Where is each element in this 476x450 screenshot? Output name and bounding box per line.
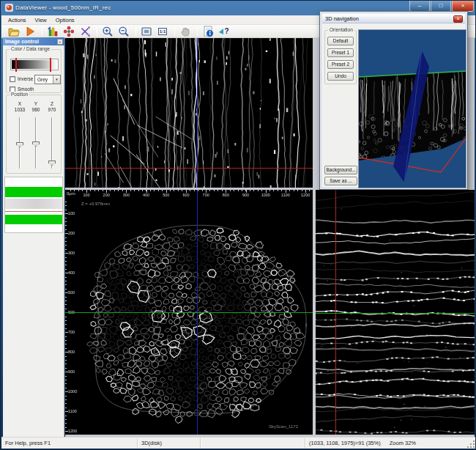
menu-options[interactable]: Options	[51, 16, 79, 24]
panel-menu-icon: ▪	[59, 40, 61, 44]
preview-highlight-top	[5, 187, 62, 197]
app-icon	[5, 4, 13, 12]
dataset-preview	[4, 177, 63, 233]
maximize-button[interactable]: □	[431, 1, 451, 12]
preview-grey-band	[5, 199, 62, 209]
panel-header: Image control ▪	[3, 37, 64, 45]
slider-x-handle[interactable]	[16, 142, 23, 147]
dataset-info-icon	[202, 26, 214, 37]
axis-y-value: 980	[29, 107, 43, 112]
palette-dropdown[interactable]: Grey ▾	[34, 75, 61, 84]
app-window: DataViewer - wood_500nm_IR_rec – □ × Act…	[0, 0, 476, 450]
roi-3d-icon	[63, 26, 75, 37]
crosshair-vertical-blue	[197, 38, 198, 188]
status-right: (1033, 1108, 1975)=91 (35%) Zoom 32%	[305, 438, 465, 448]
pan-hand-icon	[179, 26, 191, 37]
close-button[interactable]: ×	[452, 1, 474, 12]
range-max-marker[interactable]	[50, 58, 51, 72]
actual-size-icon: 1:1	[158, 28, 168, 35]
close-icon: ×	[461, 2, 465, 9]
nav3d-frame: 3D navigation × Orientation Default Pres…	[321, 12, 466, 188]
inverse-checkbox[interactable]	[10, 76, 15, 82]
status-voxel-value: (1033, 1108, 1975)=91 (35%)	[309, 440, 381, 446]
zoom-out-icon	[118, 26, 130, 37]
color-range-label: Color / Data range	[10, 46, 51, 51]
actual-size-button[interactable]: 1:1	[155, 26, 170, 37]
crosshair-horizontal-green	[65, 312, 313, 313]
pan-button[interactable]	[178, 26, 193, 37]
position-group: Position X Y Z 1033 980 970	[6, 95, 62, 174]
fit-to-window-button[interactable]	[139, 26, 154, 37]
minimize-icon: –	[418, 2, 421, 9]
palette-value: Grey	[37, 77, 48, 82]
toolbar-separator	[42, 26, 42, 36]
play-button[interactable]	[23, 26, 37, 37]
status-help: For Help, press F1	[1, 438, 138, 448]
sagittal-view[interactable]	[65, 38, 313, 188]
orientation-undo-button[interactable]: Undo	[327, 72, 354, 81]
smooth-label: Smooth	[18, 86, 34, 92]
orientation-preset1-button[interactable]: Preset 1	[327, 48, 354, 57]
position-label: Position	[10, 92, 29, 97]
transaxial-view[interactable]: 100200300400500600700800900100011001200 …	[65, 190, 313, 435]
orientation-default-button[interactable]: Default	[327, 37, 354, 45]
load-images-icon	[47, 26, 59, 37]
inverse-label: Inverse	[18, 76, 33, 81]
open-dataset-icon	[8, 26, 20, 37]
range-min-marker[interactable]	[15, 58, 17, 72]
statusbar: For Help, press F1 3D(disk) (1033, 1108,…	[1, 437, 476, 449]
axes-button[interactable]	[78, 26, 92, 37]
slider-y[interactable]	[29, 117, 43, 169]
zoom-in-button[interactable]	[100, 26, 115, 37]
play-icon	[24, 26, 36, 37]
load-images-button[interactable]	[45, 26, 60, 37]
close-icon: ×	[456, 16, 459, 21]
nav3d-title: 3D navigation	[325, 15, 359, 22]
menu-actions[interactable]: Actions	[4, 16, 31, 24]
save-as-button[interactable]: Save as ...	[324, 177, 357, 185]
window-title: DataViewer - wood_500nm_IR_rec	[15, 4, 111, 11]
panel-menu-button[interactable]: ▪	[57, 39, 63, 45]
dataset-info-button[interactable]	[201, 26, 215, 37]
crosshair-vertical-red	[335, 190, 336, 435]
nav3d-close-button[interactable]: ×	[453, 15, 463, 23]
nav3d-titlebar: 3D navigation ×	[322, 14, 465, 23]
axis-y-label: Y	[29, 101, 43, 106]
nav3d-viewport[interactable]	[358, 29, 466, 188]
fit-to-window-icon	[141, 26, 152, 37]
toolbar-separator	[97, 26, 97, 36]
roi-3d-button[interactable]	[62, 26, 76, 37]
slider-z[interactable]	[45, 117, 59, 169]
orientation-group: Orientation Default Preset 1 Preset 2 Un…	[324, 30, 357, 84]
ruler-horizontal: 100200300400500600700800900100011001200	[65, 190, 313, 199]
slider-x[interactable]	[12, 117, 27, 169]
chevron-down-icon: ▾	[53, 75, 60, 84]
toolbar-separator	[174, 26, 175, 36]
menu-view[interactable]: View	[31, 16, 51, 24]
ruler-origin-label: 0µm	[67, 191, 75, 196]
help-question-icon: ?	[224, 28, 228, 35]
open-dataset-button[interactable]	[7, 26, 21, 37]
axes-icon	[79, 26, 91, 37]
zoom-out-button[interactable]	[116, 26, 131, 37]
orientation-label: Orientation	[328, 27, 354, 32]
background-button[interactable]: Background...	[324, 166, 357, 174]
slider-z-handle[interactable]	[48, 161, 56, 166]
nav3d-dialog: 3D navigation × Orientation Default Pres…	[319, 11, 468, 190]
context-help-icon	[219, 29, 223, 34]
slice-position-label: Z = +0.976mm	[81, 202, 110, 206]
coronal-slice-image[interactable]	[316, 190, 475, 435]
coronal-view[interactable]	[316, 190, 475, 435]
orientation-preset2-button[interactable]: Preset 2	[327, 60, 354, 69]
color-range-group: Color / Data range Inverse Grey ▾ Smooth	[6, 49, 62, 93]
axis-z-label: Z	[45, 101, 59, 106]
status-zoom: Zoom 32%	[390, 440, 416, 446]
panel-title: Image control	[5, 39, 39, 44]
context-help-button[interactable]: ?	[217, 26, 231, 37]
minimize-button[interactable]: –	[409, 1, 430, 12]
axis-x-label: X	[12, 101, 27, 106]
slider-y-handle[interactable]	[32, 141, 40, 147]
sagittal-slice-image[interactable]	[65, 38, 313, 188]
image-control-panel: Image control ▪ Color / Data range Inver…	[3, 37, 64, 437]
resize-grip[interactable]	[467, 440, 475, 448]
